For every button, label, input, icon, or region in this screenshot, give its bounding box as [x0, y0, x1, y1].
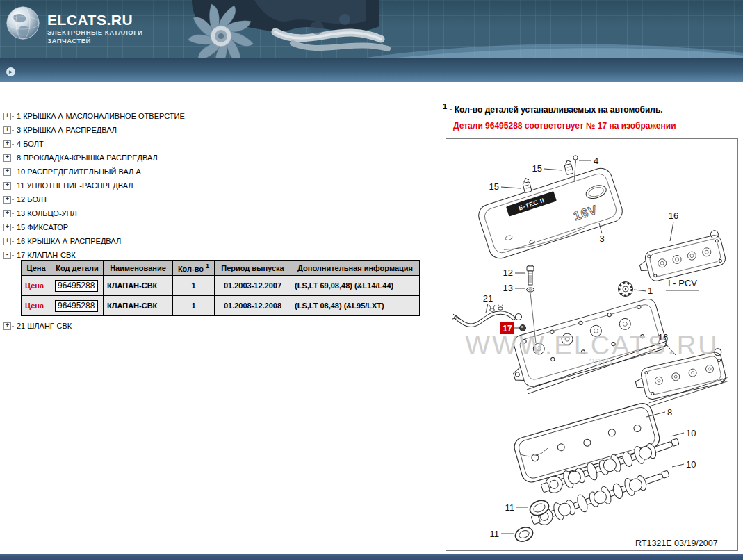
qty-footnote: 1 - Кол-во деталей устанавливаемых на ав… [443, 102, 663, 115]
cam-cover-top-part [636, 229, 727, 284]
engine-photo [171, 0, 393, 58]
tree-expand-icon[interactable]: + [3, 168, 11, 176]
callout-4: 4 [594, 156, 598, 166]
part-code-input[interactable] [55, 280, 98, 292]
qty-footnote-sup: 1 [443, 102, 447, 110]
tree-item-label[interactable]: 15 ФИКСАТОР [17, 223, 68, 231]
brand-subtitle-1: ЭЛЕКТРОННЫЕ КАТАЛОГИ [47, 28, 142, 37]
callout-21: 21 [483, 293, 493, 304]
part-info-cell: (LS,LT 69,08,48) (&L14/L44) [291, 276, 420, 296]
callout-12: 12 [503, 267, 513, 278]
qty-footnote-text: - Кол-во деталей устанавливаемых на авто… [449, 105, 662, 115]
tree-connector [12, 116, 15, 117]
bolt-4-part [573, 156, 578, 164]
tree-item-label[interactable]: 11 УПЛОТНЕНИЕ-РАСПРЕДВАЛ [17, 181, 133, 190]
part-period-cell: 01.2003-12.2007 [215, 276, 291, 296]
bolt-12-part [527, 265, 534, 292]
tree-item-label[interactable]: 16 КРЫШКА А-РАСПРЕДВАЛ [17, 237, 121, 245]
tree-item-21[interactable]: + 21 ШЛАНГ-СВК [3, 319, 438, 333]
tree-item-label[interactable]: 10 РАСПРЕДЕЛИТЕЛЬНЫЙ ВАЛ А [17, 167, 141, 176]
part-name-cell: КЛАПАН-СВК [104, 276, 173, 296]
price-link[interactable]: Цена [25, 281, 44, 290]
tree-item-label[interactable]: 12 БОЛТ [17, 195, 48, 204]
callout-16: 16 [658, 332, 668, 343]
callout-11: 11 [505, 502, 515, 513]
tree-expand-icon[interactable]: + [3, 140, 11, 148]
tree-item-label[interactable]: 1 КРЫШКА А-МАСЛОНАЛИВНОЕ ОТВЕРСТИЕ [17, 112, 185, 120]
parts-table-header-row: Цена Код детали Наименование Кол-во 1 Пе… [22, 261, 420, 276]
tree-expand-icon[interactable]: + [3, 154, 11, 162]
part-match-note: Детали 96495288 соответствует № 17 на из… [453, 121, 676, 131]
tree-item-13[interactable]: + 13 КОЛЬЦО-УПЛ [3, 206, 438, 220]
tree-item-8[interactable]: + 8 ПРОКЛАДКА-КРЫШКА РАСПРЕДВАЛ [3, 151, 438, 165]
tree-child-connector [13, 259, 13, 263]
tree-item-15[interactable]: + 15 ФИКСАТОР [3, 220, 438, 234]
tree-connector [12, 130, 15, 131]
part-code-input[interactable] [55, 300, 98, 312]
col-header-qty: Кол-во 1 [173, 261, 215, 276]
price-link[interactable]: Цена [25, 302, 44, 310]
engine-cover-part: E-TEC II 16V [476, 165, 626, 261]
footer-bar [0, 554, 743, 560]
tree-item-label[interactable]: 3 КРЫШКА А-РАСПРЕДВАЛ [17, 126, 117, 134]
tree-item-label[interactable]: 8 ПРОКЛАДКА-КРЫШКА РАСПРЕДВАЛ [17, 154, 158, 162]
tree-expand-icon[interactable]: + [3, 322, 11, 330]
drawing-reference: RT1321E 03/19/2007 [635, 538, 718, 548]
tree-connector [12, 144, 15, 145]
tree-expand-icon[interactable]: + [3, 224, 11, 231]
highlighted-callout-17[interactable]: 17 [500, 322, 514, 334]
tree-expand-icon[interactable]: + [3, 196, 11, 204]
oil-cap-part [619, 282, 633, 297]
site-logo[interactable]: ELCATS.RU ЭЛЕКТРОННЫЕ КАТАЛОГИ ЗАПЧАСТЕЙ [6, 6, 142, 45]
col-header-price: Цена [22, 261, 51, 276]
col-header-qty-label: Кол-во [178, 265, 204, 273]
tree-item-4[interactable]: + 4 БОЛТ [3, 137, 438, 151]
tree-expand-icon[interactable]: + [3, 238, 11, 245]
tree-item-label[interactable]: 13 КОЛЬЦО-УПЛ [17, 209, 77, 217]
tree-item-11[interactable]: + 11 УПЛОТНЕНИЕ-РАСПРЕДВАЛ [3, 179, 438, 192]
pcv-label: I - PCV [668, 278, 697, 288]
tree-item-10[interactable]: + 10 РАСПРЕДЕЛИТЕЛЬНЫЙ ВАЛ А [3, 165, 438, 179]
tree-item-label[interactable]: 21 ШЛАНГ-СВК [17, 322, 72, 330]
callout-16: 16 [669, 211, 678, 221]
part-name-cell: КЛАПАН-СВК [104, 296, 173, 316]
tree-expand-icon[interactable]: + [3, 126, 11, 134]
callout-11: 11 [490, 529, 500, 539]
tree-expand-icon[interactable]: + [3, 113, 11, 120]
table-row: Цена КЛАПАН-СВК 1 01.2003-12.2007 (LS,LT… [22, 276, 420, 296]
table-row: Цена КЛАПАН-СВК 1 01.2008-12.2008 (LS,LT… [22, 296, 420, 316]
parts-table: Цена Код детали Наименование Кол-во 1 Пе… [21, 260, 420, 316]
col-header-info: Дополнительная информация [291, 261, 420, 276]
nav-arrow-icon[interactable]: ► [6, 67, 15, 76]
tree-item-1[interactable]: + 1 КРЫШКА А-МАСЛОНАЛИВНОЕ ОТВЕРСТИЕ [3, 109, 438, 123]
tree-connector [12, 199, 15, 200]
camshaft-part [539, 433, 681, 497]
hose-part [452, 304, 526, 331]
tree-collapse-icon[interactable]: - [3, 252, 11, 259]
parts-diagram: E-TEC II 16V [446, 138, 738, 551]
brand-title[interactable]: ELCATS.RU [47, 12, 142, 28]
col-header-name: Наименование [104, 261, 173, 276]
tree-connector [12, 255, 15, 256]
callout-10: 10 [686, 459, 696, 470]
qty-footnote-mark: 1 [206, 263, 209, 270]
col-header-code: Код детали [51, 261, 104, 276]
tree-item-16[interactable]: + 16 КРЫШКА А-РАСПРЕДВАЛ [3, 234, 438, 248]
tree-item-12[interactable]: + 12 БОЛТ [3, 192, 438, 206]
tree-connector [12, 158, 15, 158]
part-qty-cell: 1 [173, 296, 215, 316]
tree-connector [12, 241, 15, 242]
callout-17[interactable]: 17 [503, 324, 512, 333]
tree-connector [12, 326, 15, 327]
callout-8: 8 [667, 407, 672, 418]
callout-1: 1 [648, 286, 653, 296]
part-info-cell: (LS,LT 08,48) (&L95/LXT) [291, 296, 420, 316]
callout-15: 15 [489, 181, 499, 192]
top-banner: ELCATS.RU ЭЛЕКТРОННЫЕ КАТАЛОГИ ЗАПЧАСТЕЙ [0, 0, 743, 58]
tree-expand-icon[interactable]: + [3, 182, 11, 190]
tree-item-3[interactable]: + 3 КРЫШКА А-РАСПРЕДВАЛ [3, 123, 438, 137]
tree-connector [12, 186, 15, 186]
tree-item-label[interactable]: 17 КЛАПАН-СВК [17, 251, 76, 259]
tree-expand-icon[interactable]: + [3, 210, 11, 217]
tree-item-label[interactable]: 4 БОЛТ [17, 140, 44, 148]
